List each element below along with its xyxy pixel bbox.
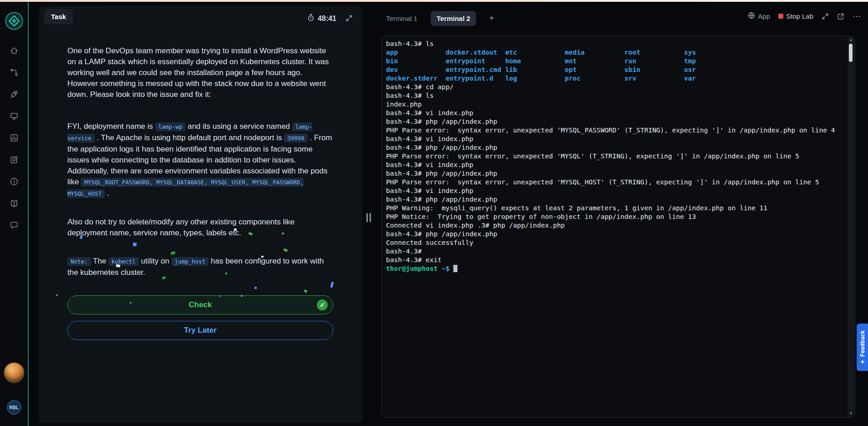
confetti-particle xyxy=(56,294,58,296)
terminal-controls: App Stop Lab ⋯ xyxy=(748,12,862,20)
task-timer: 48:41 xyxy=(307,14,336,23)
terminal-line: PHP Parse error: syntax error, unexpecte… xyxy=(386,178,842,187)
task-paragraph: FYI, deployment name is lamp-wp and its … xyxy=(67,121,333,199)
check-button-label: Check xyxy=(188,300,212,309)
stop-icon xyxy=(778,14,783,19)
timer-value: 48:41 xyxy=(318,15,336,23)
book-icon[interactable] xyxy=(9,198,19,208)
terminal-line: bash-4.3# ls xyxy=(386,91,842,100)
tab-terminal-1[interactable]: Terminal 1 xyxy=(380,11,423,26)
terminal-line: bash-4.3# php /app/index.php xyxy=(386,143,842,152)
terminal-line: appdocker.stdoutetcmediarootsys xyxy=(386,48,842,57)
stop-lab-button[interactable]: Stop Lab xyxy=(778,12,813,20)
terminal-line: deventrypoint.cmdliboptsbinusr xyxy=(386,66,842,74)
task-paragraph: One of the DevOps team member was trying… xyxy=(67,46,333,100)
more-options-button[interactable]: ⋯ xyxy=(853,12,862,20)
sidebar: RBL xyxy=(0,2,29,426)
terminal-line: binentrypointhomemntruntmp xyxy=(386,57,842,66)
compose-icon[interactable] xyxy=(9,155,19,165)
tab-terminal-2[interactable]: Terminal 2 xyxy=(431,11,476,26)
scroll-down-icon[interactable]: ▼ xyxy=(848,411,854,416)
feedback-label: Feedback xyxy=(859,330,866,357)
terminal-line: PHP Warning: mysqli_query() expects at l… xyxy=(386,204,842,213)
monitor-icon[interactable] xyxy=(9,111,19,121)
home-icon[interactable] xyxy=(9,46,19,56)
kodekloud-logo-icon[interactable] xyxy=(5,12,23,30)
terminal-line: bash-4.3# php /app/index.php xyxy=(386,195,842,204)
tab-task[interactable]: Task xyxy=(44,9,73,24)
panel-resize-handle[interactable] xyxy=(366,213,371,222)
task-paragraphs: One of the DevOps team member was trying… xyxy=(67,46,333,278)
terminal-panel[interactable]: bash-4.3# lsappdocker.stdoutetcmediaroot… xyxy=(381,36,855,418)
terminal-line: index.php xyxy=(386,100,842,109)
terminal-line: bash-4.3# php /app/index.php xyxy=(386,230,842,238)
sparkle-icon xyxy=(860,360,865,364)
top-strip xyxy=(0,0,868,2)
user-badge[interactable]: RBL xyxy=(7,400,21,415)
try-later-button[interactable]: Try Later xyxy=(67,321,333,340)
terminal-tabs: Terminal 1 Terminal 2 + xyxy=(380,10,494,26)
terminal-line: bash-4.3# vi index.php xyxy=(386,187,842,195)
terminal-line: bash-4.3# exit xyxy=(386,256,842,264)
terminal-line: docker.stderrentrypoint.dlogprocsrvvar xyxy=(386,74,842,83)
check-success-icon: ✓ xyxy=(317,299,328,310)
route-icon[interactable] xyxy=(9,67,19,77)
user-avatar[interactable] xyxy=(4,362,25,383)
terminal-line: bash-4.3# vi index.php xyxy=(386,109,842,117)
globe-icon xyxy=(748,12,755,20)
task-body: One of the DevOps team member was trying… xyxy=(67,46,333,340)
app-label: App xyxy=(758,12,770,20)
chart-icon[interactable] xyxy=(9,133,19,143)
task-panel: Task 48:41 One of the DevOps team member… xyxy=(39,5,363,423)
terminal-output: bash-4.3# lsappdocker.stdoutetcmediaroot… xyxy=(386,40,842,273)
sidebar-nav xyxy=(0,46,28,230)
scrollbar-thumb[interactable] xyxy=(849,44,853,62)
terminal-line: PHP Parse error: syntax error, unexpecte… xyxy=(386,152,842,161)
terminal-line: bash-4.3# xyxy=(386,247,842,256)
check-button[interactable]: Check ✓ xyxy=(67,295,333,314)
terminal-line: Connected successfully xyxy=(386,238,842,247)
terminal-line: Connected vi index.php .3# php /app/inde… xyxy=(386,221,842,230)
terminal-line: bash-4.3# ls xyxy=(386,40,842,48)
terminal-line: thor@jumphost ~$ xyxy=(386,264,842,273)
terminal-line: PHP Parse error: syntax error, unexpecte… xyxy=(386,126,842,135)
task-paragraph: Note: The kubectl utility on jump_host h… xyxy=(67,256,333,278)
terminal-line: bash-4.3# cd app/ xyxy=(386,83,842,91)
info-icon[interactable] xyxy=(9,177,19,187)
try-later-label: Try Later xyxy=(184,326,217,335)
terminal-line: bash-4.3# vi index.php xyxy=(386,161,842,169)
terminal-scrollbar[interactable]: ▲ ▼ xyxy=(848,36,854,417)
stop-lab-label: Stop Lab xyxy=(786,12,813,20)
expand-terminal-icon[interactable] xyxy=(822,13,829,20)
feedback-button[interactable]: Feedback xyxy=(857,324,868,371)
task-paragraph: Also do not try to delete/modify any oth… xyxy=(67,217,333,238)
scroll-up-icon[interactable]: ▲ xyxy=(848,38,854,42)
terminal-line: bash-4.3# php /app/index.php xyxy=(386,169,842,178)
rocket-icon[interactable] xyxy=(9,89,19,99)
open-new-window-icon[interactable] xyxy=(837,13,844,20)
app-button[interactable]: App xyxy=(748,12,770,20)
terminal-line: bash-4.3# php /app/index.php xyxy=(386,117,842,126)
terminal-line: PHP Notice: Trying to get property of no… xyxy=(386,213,842,221)
chat-icon[interactable] xyxy=(9,220,19,230)
new-terminal-button[interactable]: + xyxy=(489,14,494,23)
stopwatch-icon xyxy=(307,14,315,23)
terminal-line: bash-4.3# vi index.php xyxy=(386,135,842,143)
expand-task-icon[interactable] xyxy=(345,15,353,24)
